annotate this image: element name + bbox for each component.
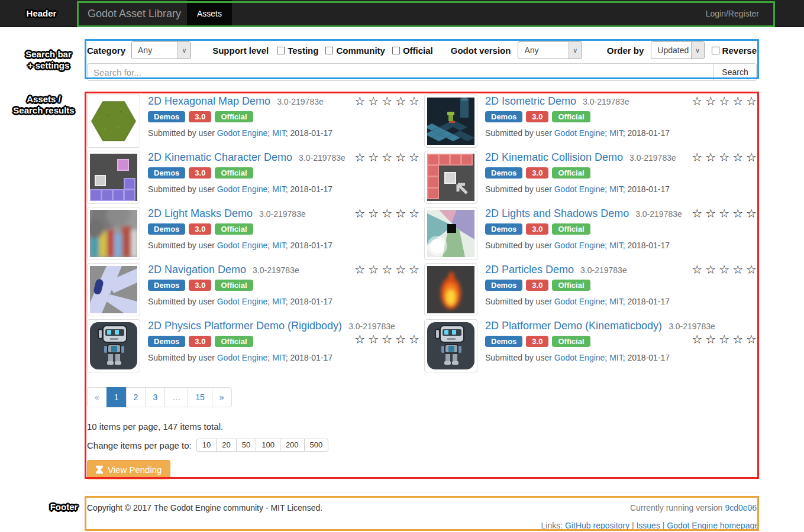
lights-shadows-thumbnail[interactable] xyxy=(424,207,477,260)
badge-category[interactable]: Demos xyxy=(485,111,522,122)
footer-link-godot-engine-homepage[interactable]: Godot Engine homepage xyxy=(667,521,759,530)
hexagon-map-thumbnail[interactable] xyxy=(87,95,140,148)
author-link[interactable]: Godot Engine xyxy=(217,128,268,138)
pagination-next[interactable]: » xyxy=(212,387,232,407)
license-link[interactable]: MIT xyxy=(272,297,286,306)
badge-version[interactable]: 3.0 xyxy=(189,223,211,235)
badge-category[interactable]: Demos xyxy=(148,167,185,179)
robot-rigidbody-thumbnail[interactable] xyxy=(87,319,140,372)
per-page-option-20[interactable]: 20 xyxy=(216,439,236,452)
badge-category[interactable]: Demos xyxy=(485,223,522,235)
badge-version[interactable]: 3.0 xyxy=(526,167,548,179)
asset-title-link[interactable]: 2D Particles Demo xyxy=(485,264,574,275)
badge-version[interactable]: 3.0 xyxy=(526,336,548,347)
asset-title-link[interactable]: 2D Kinematic Collision Demo xyxy=(485,151,623,163)
support-option-testing[interactable]: Testing xyxy=(277,46,318,56)
badge-version[interactable]: 3.0 xyxy=(189,336,211,347)
particles-thumbnail[interactable] xyxy=(424,263,477,316)
per-page-option-100[interactable]: 100 xyxy=(256,439,280,452)
footer-link-github-repository[interactable]: GitHub repository xyxy=(565,521,629,530)
author-link[interactable]: Godot Engine xyxy=(554,128,605,138)
license-link[interactable]: MIT xyxy=(609,128,623,138)
asset-title-link[interactable]: 2D Hexagonal Map Demo xyxy=(148,95,270,107)
author-link[interactable]: Godot Engine xyxy=(554,241,605,250)
checkbox-icon[interactable] xyxy=(392,47,400,54)
badge-category[interactable]: Demos xyxy=(485,167,522,179)
author-link[interactable]: Godot Engine xyxy=(554,184,605,194)
robot-kinematic-thumbnail[interactable] xyxy=(424,319,477,372)
support-option-official[interactable]: Official xyxy=(392,46,433,56)
footer-link-issues[interactable]: Issues xyxy=(636,521,660,530)
author-link[interactable]: Godot Engine xyxy=(217,184,268,194)
license-link[interactable]: MIT xyxy=(609,241,623,250)
asset-title-link[interactable]: 2D Platformer Demo (Kinematicbody) xyxy=(485,320,662,332)
badge-version[interactable]: 3.0 xyxy=(526,223,548,235)
license-link[interactable]: MIT xyxy=(272,184,286,194)
per-page-option-10[interactable]: 10 xyxy=(196,439,217,452)
search-button[interactable]: Search xyxy=(713,63,757,81)
badge-support[interactable]: Official xyxy=(215,336,253,347)
badge-version[interactable]: 3.0 xyxy=(526,111,548,122)
badge-category[interactable]: Demos xyxy=(148,111,185,122)
license-link[interactable]: MIT xyxy=(272,353,286,362)
login-register-link[interactable]: Login/Register xyxy=(706,0,759,27)
checkbox-icon[interactable] xyxy=(712,47,719,54)
badge-support[interactable]: Official xyxy=(552,336,590,347)
badge-support[interactable]: Official xyxy=(552,280,590,291)
tab-assets[interactable]: Assets xyxy=(187,0,232,27)
badge-support[interactable]: Official xyxy=(552,111,590,122)
light-masks-thumbnail[interactable] xyxy=(87,207,140,260)
pagination-page-2[interactable]: 2 xyxy=(126,387,146,407)
badge-version[interactable]: 3.0 xyxy=(526,280,548,291)
isometric-thumbnail[interactable] xyxy=(424,95,477,148)
badge-version[interactable]: 3.0 xyxy=(189,111,211,122)
license-link[interactable]: MIT xyxy=(609,184,623,194)
support-option-community[interactable]: Community xyxy=(325,46,385,56)
pagination-page-3[interactable]: 3 xyxy=(145,387,165,407)
badge-support[interactable]: Official xyxy=(215,280,253,291)
asset-title-link[interactable]: 2D Light Masks Demo xyxy=(148,207,253,219)
asset-title-link[interactable]: 2D Isometric Demo xyxy=(485,95,576,107)
per-page-option-500[interactable]: 500 xyxy=(304,439,329,452)
badge-support[interactable]: Official xyxy=(215,111,253,122)
license-link[interactable]: MIT xyxy=(609,353,623,362)
order-by-select[interactable]: Updated ∨ xyxy=(651,41,704,59)
brand-link[interactable]: Godot Asset Library xyxy=(88,0,181,27)
pagination-prev[interactable]: « xyxy=(87,387,107,407)
version-link[interactable]: 9cd0e06 xyxy=(725,503,757,512)
author-link[interactable]: Godot Engine xyxy=(554,353,605,362)
author-link[interactable]: Godot Engine xyxy=(217,297,268,306)
license-link[interactable]: MIT xyxy=(272,128,286,138)
badge-category[interactable]: Demos xyxy=(148,336,185,347)
kinematic-character-thumbnail[interactable] xyxy=(87,151,140,204)
license-link[interactable]: MIT xyxy=(609,297,623,306)
asset-title-link[interactable]: 2D Lights and Shadows Demo xyxy=(485,207,629,219)
badge-version[interactable]: 3.0 xyxy=(189,280,211,291)
per-page-option-200[interactable]: 200 xyxy=(280,439,305,452)
badge-support[interactable]: Official xyxy=(215,223,253,235)
checkbox-icon[interactable] xyxy=(277,47,285,54)
badge-support[interactable]: Official xyxy=(215,167,253,179)
reverse-checkbox[interactable]: Reverse xyxy=(712,46,757,56)
badge-category[interactable]: Demos xyxy=(148,223,185,235)
asset-title-link[interactable]: 2D Kinematic Character Demo xyxy=(148,151,292,163)
author-link[interactable]: Godot Engine xyxy=(217,241,268,250)
pagination-page-1[interactable]: 1 xyxy=(106,387,127,407)
badge-category[interactable]: Demos xyxy=(485,336,522,347)
badge-category[interactable]: Demos xyxy=(148,280,185,291)
navigation-thumbnail[interactable] xyxy=(87,263,140,316)
license-link[interactable]: MIT xyxy=(272,241,286,250)
checkbox-icon[interactable] xyxy=(325,47,333,54)
pagination-page-15[interactable]: 15 xyxy=(188,387,212,407)
view-pending-button[interactable]: View Pending xyxy=(87,460,170,479)
search-input[interactable] xyxy=(87,63,714,81)
category-select[interactable]: Any ∨ xyxy=(131,41,191,59)
asset-title-link[interactable]: 2D Physics Platformer Demo (Rigidbody) xyxy=(148,320,342,332)
badge-support[interactable]: Official xyxy=(552,223,590,235)
asset-title-link[interactable]: 2D Navigation Demo xyxy=(148,264,246,275)
per-page-option-50[interactable]: 50 xyxy=(236,439,256,452)
kinematic-collision-thumbnail[interactable] xyxy=(424,151,477,204)
badge-support[interactable]: Official xyxy=(552,167,590,179)
author-link[interactable]: Godot Engine xyxy=(554,297,605,306)
badge-category[interactable]: Demos xyxy=(485,280,522,291)
